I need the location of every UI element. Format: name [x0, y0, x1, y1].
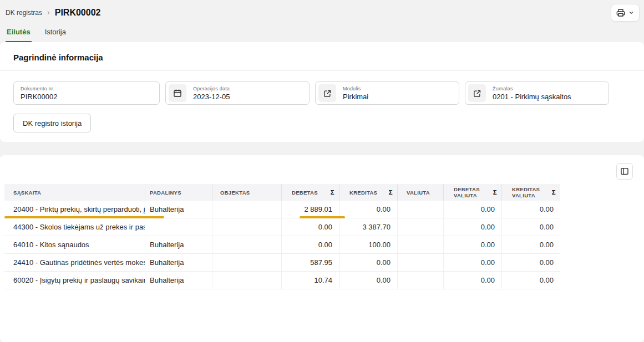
section-title: Pagrindinė informacija	[13, 53, 631, 62]
table-row[interactable]: 24410 - Gautinas pridėtinės vertės mokes…	[4, 254, 560, 272]
table-row[interactable]: 64010 - Kitos sąnaudos Buhalterija 0.00 …	[4, 236, 560, 254]
breadcrumb: DK registras › PIRK00002	[6, 8, 100, 18]
field-label: Dokumento nr.	[21, 86, 58, 91]
external-link-icon[interactable]	[318, 84, 336, 102]
cell-objektas[interactable]	[212, 218, 282, 236]
column-header-kreditas[interactable]: KREDITAS Σ	[339, 184, 398, 201]
cell-kreditas-valiuta[interactable]: 0.00	[502, 236, 560, 253]
cell-kreditas-valiuta[interactable]: 0.00	[502, 218, 560, 236]
card-gap	[0, 142, 644, 155]
field-label: Modulis	[343, 86, 368, 91]
form-fields-row: Dokumento nr. PIRK00002 Operacijos data …	[13, 81, 631, 105]
cell-kreditas-valiuta[interactable]: 0.00	[502, 272, 560, 289]
breadcrumb-chevron-icon: ›	[47, 8, 50, 17]
cell-debetas-valiuta[interactable]: 0.00	[444, 218, 502, 236]
field-label: Žurnalas	[493, 86, 571, 91]
entries-table-card: SĄSKAITA PADALINYS OBJEKTAS DEBETAS Σ KR…	[0, 155, 644, 342]
table-header-row: SĄSKAITA PADALINYS OBJEKTAS DEBETAS Σ KR…	[4, 184, 560, 201]
cell-kreditas[interactable]: 0.00	[339, 254, 398, 271]
breadcrumb-parent-link[interactable]: DK registras	[6, 9, 42, 17]
sum-icon[interactable]: Σ	[493, 189, 497, 196]
column-header-kreditas-valiuta[interactable]: KREDITAS VALIUTA Σ	[502, 184, 560, 201]
journal-field[interactable]: Žurnalas 0201 - Pirkimų sąskaitos	[465, 81, 609, 105]
cell-debetas[interactable]: 2 889.01	[282, 201, 339, 218]
highlight-underline-debetas	[300, 216, 345, 218]
cell-objektas[interactable]	[212, 254, 282, 271]
field-value: PIRK00002	[21, 93, 58, 101]
cell-objektas[interactable]	[212, 272, 282, 289]
cell-kreditas-valiuta[interactable]: 0.00	[502, 201, 560, 218]
main-info-card: Pagrindinė informacija Dokumento nr. PIR…	[0, 42, 644, 142]
highlight-underline-saskaita	[4, 216, 164, 218]
external-link-icon[interactable]	[468, 84, 486, 102]
main-info-card-header: Pagrindinė informacija	[0, 42, 644, 71]
table-columns-icon	[620, 167, 629, 176]
field-value: Pirkimai	[343, 93, 368, 101]
column-header-saskaita[interactable]: SĄSKAITA	[4, 184, 145, 201]
tab-istorija[interactable]: Istorija	[44, 28, 67, 42]
cell-valiuta[interactable]	[398, 218, 444, 236]
cell-padalinys[interactable]: Buhalterija	[145, 236, 212, 253]
cell-debetas[interactable]: 0.00	[282, 236, 339, 253]
cell-padalinys[interactable]: Buhalterija	[145, 272, 212, 289]
operation-date-field[interactable]: Operacijos data 2023-12-05	[165, 81, 310, 105]
print-button[interactable]	[611, 4, 640, 22]
cell-kreditas-valiuta[interactable]: 0.00	[502, 254, 560, 271]
cell-debetas[interactable]: 0.00	[282, 218, 339, 236]
cell-saskaita[interactable]: 64010 - Kitos sąnaudos	[4, 236, 145, 253]
cell-valiuta[interactable]	[398, 272, 444, 289]
cell-saskaita[interactable]: 60020 - Įsigytų prekių ir paslaugų savik…	[4, 272, 145, 289]
cell-debetas[interactable]: 587.95	[282, 254, 339, 271]
cell-debetas-valiuta[interactable]: 0.00	[444, 272, 502, 289]
main-info-card-body: Dokumento nr. PIRK00002 Operacijos data …	[0, 71, 644, 132]
document-number-field[interactable]: Dokumento nr. PIRK00002	[13, 81, 160, 105]
cell-padalinys[interactable]: Buhalterija	[145, 254, 212, 271]
column-settings-button[interactable]	[616, 163, 633, 180]
sum-icon[interactable]: Σ	[331, 189, 334, 196]
cell-debetas-valiuta[interactable]: 0.00	[444, 236, 502, 253]
tab-eilutes[interactable]: Eilutės	[6, 28, 32, 42]
cell-saskaita[interactable]: 20400 - Pirktų prekių, skirtų perparduot…	[4, 201, 145, 218]
page-header: DK registras › PIRK00002	[0, 0, 644, 25]
cell-padalinys[interactable]: Buhalterija	[145, 201, 212, 218]
cell-padalinys[interactable]	[145, 218, 212, 236]
page-title: PIRK00002	[55, 8, 101, 18]
table-row[interactable]: 44300 - Skolos tiekėjams už prekes ir pa…	[4, 218, 560, 236]
cell-debetas[interactable]: 10.74	[282, 272, 339, 289]
field-value: 0201 - Pirkimų sąskaitos	[493, 93, 571, 101]
calendar-icon[interactable]	[169, 84, 186, 102]
field-label: Operacijos data	[193, 86, 230, 91]
column-header-valiuta[interactable]: VALIUTA	[398, 184, 444, 201]
sum-icon[interactable]: Σ	[389, 189, 393, 196]
cell-debetas-valiuta[interactable]: 0.00	[444, 201, 502, 218]
cell-valiuta[interactable]	[398, 236, 444, 253]
column-header-debetas[interactable]: DEBETAS Σ	[282, 184, 339, 201]
column-header-debetas-valiuta[interactable]: DEBETAS VALIUTA Σ	[444, 184, 502, 201]
cell-debetas-valiuta[interactable]: 0.00	[444, 254, 502, 271]
field-value: 2023-12-05	[193, 93, 230, 101]
tab-bar: Eilutės Istorija	[0, 25, 644, 42]
cell-objektas[interactable]	[212, 201, 282, 218]
table-toolbar	[0, 155, 644, 184]
cell-kreditas[interactable]: 100.00	[339, 236, 398, 253]
entries-table: SĄSKAITA PADALINYS OBJEKTAS DEBETAS Σ KR…	[4, 184, 560, 289]
column-header-objektas[interactable]: OBJEKTAS	[212, 184, 282, 201]
printer-icon	[616, 8, 625, 17]
cell-valiuta[interactable]	[398, 201, 444, 218]
dk-register-history-button[interactable]: DK registro istorija	[13, 114, 91, 132]
module-field[interactable]: Modulis Pirkimai	[315, 81, 459, 105]
cell-objektas[interactable]	[212, 236, 282, 253]
cell-saskaita[interactable]: 44300 - Skolos tiekėjams už prekes ir pa…	[4, 218, 145, 236]
sum-icon[interactable]: Σ	[552, 189, 556, 196]
column-header-padalinys[interactable]: PADALINYS	[145, 184, 212, 201]
chevron-down-icon	[628, 10, 634, 16]
cell-kreditas[interactable]: 0.00	[339, 201, 398, 218]
cell-valiuta[interactable]	[398, 254, 444, 271]
cell-saskaita[interactable]: 24410 - Gautinas pridėtinės vertės mokes…	[4, 254, 145, 271]
table-row[interactable]: 60020 - Įsigytų prekių ir paslaugų savik…	[4, 272, 560, 289]
cell-kreditas[interactable]: 0.00	[339, 272, 398, 289]
cell-kreditas[interactable]: 3 387.70	[339, 218, 398, 236]
